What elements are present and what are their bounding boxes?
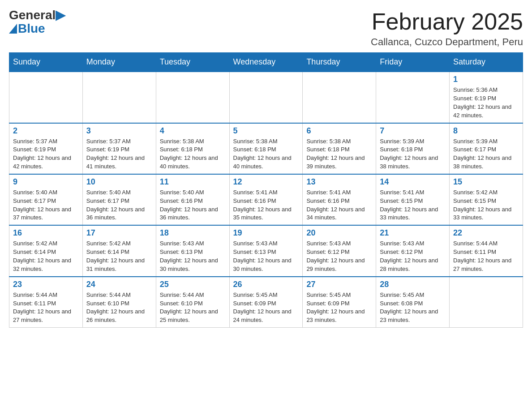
day-number: 10 (86, 177, 152, 187)
day-number: 23 (13, 280, 79, 289)
day-info: Sunrise: 5:43 AMSunset: 6:12 PMDaylight:… (380, 240, 446, 273)
day-number: 13 (306, 177, 372, 187)
day-number: 7 (380, 126, 446, 136)
logo-blue-text: Blue (18, 21, 45, 36)
day-info: Sunrise: 5:36 AMSunset: 6:19 PMDaylight:… (453, 86, 519, 120)
week-row-3: 9Sunrise: 5:40 AMSunset: 6:17 PMDaylight… (9, 174, 523, 225)
calendar-cell: 11Sunrise: 5:40 AMSunset: 6:16 PMDayligh… (156, 174, 229, 225)
calendar-cell: 25Sunrise: 5:44 AMSunset: 6:10 PMDayligh… (156, 277, 229, 328)
day-info: Sunrise: 5:45 AMSunset: 6:08 PMDaylight:… (380, 291, 446, 325)
day-number: 20 (306, 228, 372, 238)
day-number: 27 (306, 280, 372, 289)
day-number: 25 (160, 280, 226, 289)
calendar-cell: 21Sunrise: 5:43 AMSunset: 6:12 PMDayligh… (376, 225, 450, 276)
calendar-table: SundayMondayTuesdayWednesdayThursdayFrid… (9, 52, 523, 328)
calendar-cell: 17Sunrise: 5:42 AMSunset: 6:14 PMDayligh… (82, 225, 156, 276)
day-number: 21 (380, 228, 446, 238)
page-header: General▶ Blue February 2025 Callanca, Cu… (9, 9, 523, 48)
logo-blue-bar: Blue (9, 21, 45, 36)
day-info: Sunrise: 5:37 AMSunset: 6:19 PMDaylight:… (13, 137, 79, 171)
calendar-cell: 27Sunrise: 5:45 AMSunset: 6:09 PMDayligh… (303, 277, 376, 328)
week-row-1: 1Sunrise: 5:36 AMSunset: 6:19 PMDaylight… (9, 72, 523, 123)
day-number: 22 (453, 228, 519, 238)
calendar-cell: 5Sunrise: 5:38 AMSunset: 6:18 PMDaylight… (229, 123, 303, 174)
logo-triangle: ▶ (56, 8, 65, 22)
day-info: Sunrise: 5:40 AMSunset: 6:17 PMDaylight:… (86, 188, 152, 222)
day-info: Sunrise: 5:42 AMSunset: 6:14 PMDaylight:… (13, 240, 79, 273)
day-number: 14 (380, 177, 446, 187)
calendar-cell: 26Sunrise: 5:45 AMSunset: 6:09 PMDayligh… (229, 277, 303, 328)
calendar-cell: 6Sunrise: 5:38 AMSunset: 6:18 PMDaylight… (303, 123, 376, 174)
day-info: Sunrise: 5:45 AMSunset: 6:09 PMDaylight:… (233, 291, 299, 325)
calendar-cell (156, 72, 229, 123)
day-info: Sunrise: 5:42 AMSunset: 6:15 PMDaylight:… (453, 188, 519, 222)
day-info: Sunrise: 5:44 AMSunset: 6:11 PMDaylight:… (13, 291, 79, 325)
day-number: 19 (233, 228, 299, 238)
day-info: Sunrise: 5:40 AMSunset: 6:16 PMDaylight:… (160, 188, 226, 222)
logo: General▶ Blue (9, 9, 65, 36)
calendar-cell: 28Sunrise: 5:45 AMSunset: 6:08 PMDayligh… (376, 277, 450, 328)
day-number: 18 (160, 228, 226, 238)
calendar-cell: 14Sunrise: 5:41 AMSunset: 6:15 PMDayligh… (376, 174, 450, 225)
day-info: Sunrise: 5:38 AMSunset: 6:18 PMDaylight:… (306, 137, 372, 171)
day-number: 2 (13, 126, 79, 136)
calendar-cell: 22Sunrise: 5:44 AMSunset: 6:11 PMDayligh… (450, 225, 523, 276)
day-info: Sunrise: 5:41 AMSunset: 6:16 PMDaylight:… (306, 188, 372, 222)
day-number: 8 (453, 126, 519, 136)
calendar-cell: 12Sunrise: 5:41 AMSunset: 6:16 PMDayligh… (229, 174, 303, 225)
day-number: 28 (380, 280, 446, 289)
calendar-cell: 8Sunrise: 5:39 AMSunset: 6:17 PMDaylight… (450, 123, 523, 174)
day-number: 6 (306, 126, 372, 136)
day-info: Sunrise: 5:43 AMSunset: 6:13 PMDaylight:… (160, 240, 226, 273)
day-info: Sunrise: 5:41 AMSunset: 6:15 PMDaylight:… (380, 188, 446, 222)
day-number: 15 (453, 177, 519, 187)
calendar-cell: 3Sunrise: 5:37 AMSunset: 6:19 PMDaylight… (82, 123, 156, 174)
day-header-thursday: Thursday (303, 53, 376, 72)
day-info: Sunrise: 5:37 AMSunset: 6:19 PMDaylight:… (86, 137, 152, 171)
day-number: 11 (160, 177, 226, 187)
calendar-cell: 10Sunrise: 5:40 AMSunset: 6:17 PMDayligh… (82, 174, 156, 225)
day-info: Sunrise: 5:40 AMSunset: 6:17 PMDaylight:… (13, 188, 79, 222)
calendar-cell: 7Sunrise: 5:39 AMSunset: 6:18 PMDaylight… (376, 123, 450, 174)
calendar-header-row: SundayMondayTuesdayWednesdayThursdayFrid… (9, 53, 523, 72)
calendar-cell: 23Sunrise: 5:44 AMSunset: 6:11 PMDayligh… (9, 277, 83, 328)
day-header-sunday: Sunday (9, 53, 83, 72)
day-header-tuesday: Tuesday (156, 53, 229, 72)
calendar-cell (303, 72, 376, 123)
week-row-5: 23Sunrise: 5:44 AMSunset: 6:11 PMDayligh… (9, 277, 523, 328)
day-info: Sunrise: 5:42 AMSunset: 6:14 PMDaylight:… (86, 240, 152, 273)
calendar-cell (376, 72, 450, 123)
day-number: 3 (86, 126, 152, 136)
day-number: 4 (160, 126, 226, 136)
calendar-cell: 1Sunrise: 5:36 AMSunset: 6:19 PMDaylight… (450, 72, 523, 123)
calendar-cell: 13Sunrise: 5:41 AMSunset: 6:16 PMDayligh… (303, 174, 376, 225)
calendar-cell (82, 72, 156, 123)
day-info: Sunrise: 5:38 AMSunset: 6:18 PMDaylight:… (160, 137, 226, 171)
day-number: 1 (453, 75, 519, 84)
day-info: Sunrise: 5:44 AMSunset: 6:10 PMDaylight:… (160, 291, 226, 325)
day-info: Sunrise: 5:39 AMSunset: 6:17 PMDaylight:… (453, 137, 519, 171)
day-info: Sunrise: 5:39 AMSunset: 6:18 PMDaylight:… (380, 137, 446, 171)
day-number: 24 (86, 280, 152, 289)
day-number: 12 (233, 177, 299, 187)
calendar-cell: 9Sunrise: 5:40 AMSunset: 6:17 PMDaylight… (9, 174, 83, 225)
calendar-cell (9, 72, 83, 123)
calendar-cell: 19Sunrise: 5:43 AMSunset: 6:13 PMDayligh… (229, 225, 303, 276)
day-number: 26 (233, 280, 299, 289)
calendar-cell: 24Sunrise: 5:44 AMSunset: 6:10 PMDayligh… (82, 277, 156, 328)
calendar-cell: 18Sunrise: 5:43 AMSunset: 6:13 PMDayligh… (156, 225, 229, 276)
day-header-saturday: Saturday (450, 53, 523, 72)
day-info: Sunrise: 5:44 AMSunset: 6:10 PMDaylight:… (86, 291, 152, 325)
main-title: February 2025 (371, 9, 523, 34)
day-number: 5 (233, 126, 299, 136)
week-row-4: 16Sunrise: 5:42 AMSunset: 6:14 PMDayligh… (9, 225, 523, 276)
calendar-cell: 16Sunrise: 5:42 AMSunset: 6:14 PMDayligh… (9, 225, 83, 276)
day-number: 16 (13, 228, 79, 238)
calendar-cell: 20Sunrise: 5:43 AMSunset: 6:12 PMDayligh… (303, 225, 376, 276)
day-header-friday: Friday (376, 53, 450, 72)
day-info: Sunrise: 5:43 AMSunset: 6:12 PMDaylight:… (306, 240, 372, 273)
logo-general-text: General▶ (9, 9, 65, 21)
day-info: Sunrise: 5:38 AMSunset: 6:18 PMDaylight:… (233, 137, 299, 171)
day-header-wednesday: Wednesday (229, 53, 303, 72)
logo-blue-triangle-shape (9, 24, 17, 34)
